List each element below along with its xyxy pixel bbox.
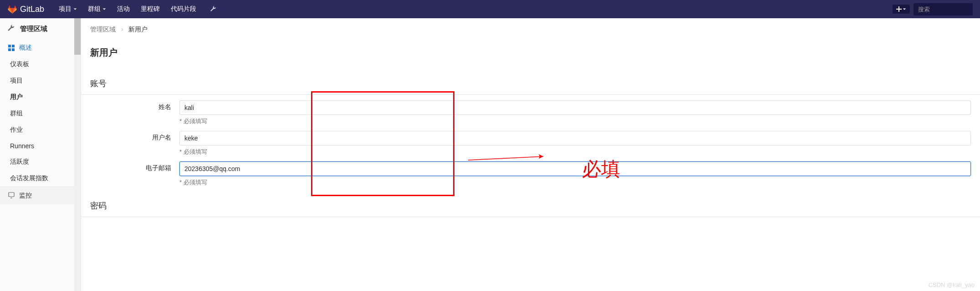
sidebar: 管理区域 概述 仪表板 项目 用户 群组 作业 Runners 活跃度 会话发展…: [0, 18, 81, 291]
new-dropdown-button[interactable]: [893, 5, 910, 14]
sidebar-item-dashboard[interactable]: 仪表板: [0, 56, 81, 73]
nav-links: 项目 群组 活动 里程碑 代码片段: [53, 0, 221, 18]
sidebar-item-groups[interactable]: 群组: [0, 105, 81, 122]
sidebar-item-users[interactable]: 用户: [0, 89, 81, 105]
gitlab-logo-text: GitLab: [20, 5, 44, 14]
wrench-icon: [7, 25, 15, 33]
sidebar-item-monitoring[interactable]: 监控: [0, 187, 81, 204]
sidebar-item-jobs[interactable]: 作业: [0, 122, 81, 138]
breadcrumb-root[interactable]: 管理区域: [90, 26, 116, 33]
input-username[interactable]: [179, 131, 971, 146]
search-input[interactable]: [914, 3, 973, 16]
sidebar-item-runners[interactable]: Runners: [0, 138, 81, 154]
caret-down-icon: [102, 7, 106, 11]
section-account: 账号: [81, 64, 980, 95]
wrench-icon: [210, 6, 216, 12]
scrollbar-thumb[interactable]: [74, 18, 81, 55]
monitor-icon: [8, 192, 15, 200]
svg-rect-2: [8, 48, 11, 51]
breadcrumb-sep: ›: [121, 26, 123, 33]
nav-snippets[interactable]: 代码片段: [165, 0, 202, 18]
label-name: 姓名: [90, 100, 179, 111]
overview-icon: [8, 45, 15, 51]
sidebar-item-activity[interactable]: 活跃度: [0, 154, 81, 170]
sidebar-item-projects[interactable]: 项目: [0, 73, 81, 89]
sidebar-scrollbar[interactable]: [74, 18, 81, 291]
gitlab-logo-icon: [7, 4, 17, 14]
caret-down-icon: [73, 7, 77, 11]
navbar-right: [893, 3, 973, 16]
svg-rect-1: [12, 45, 15, 47]
top-navbar: GitLab 项目 群组 活动 里程碑 代码片段: [0, 0, 980, 18]
label-username: 用户名: [90, 131, 179, 142]
sidebar-item-dev-index[interactable]: 会话发展指数: [0, 170, 81, 187]
page-title: 新用户: [81, 37, 980, 64]
hint-email-required: * 必须填写: [179, 178, 971, 187]
section-password: 密码: [81, 187, 980, 217]
nav-groups[interactable]: 群组: [82, 0, 112, 18]
breadcrumb: 管理区域 › 新用户: [81, 18, 980, 37]
input-name[interactable]: [179, 100, 971, 115]
nav-milestones[interactable]: 里程碑: [135, 0, 165, 18]
svg-rect-3: [12, 48, 15, 51]
admin-wrench-icon[interactable]: [205, 0, 221, 18]
nav-activity[interactable]: 活动: [112, 0, 135, 18]
label-email: 电子邮箱: [90, 161, 179, 172]
input-email[interactable]: [179, 161, 971, 176]
breadcrumb-current: 新用户: [128, 26, 148, 33]
sidebar-header[interactable]: 管理区域: [0, 18, 81, 40]
caret-down-icon: [903, 7, 906, 11]
hint-name-required: * 必须填写: [179, 117, 971, 125]
sidebar-item-overview[interactable]: 概述: [0, 40, 81, 56]
main-content: 管理区域 › 新用户 新用户 账号 必填 姓名 * 必须填写: [81, 18, 980, 291]
plus-icon: [896, 6, 902, 12]
hint-username-required: * 必须填写: [179, 148, 971, 156]
nav-projects[interactable]: 项目: [53, 0, 82, 18]
svg-rect-4: [9, 192, 14, 197]
svg-rect-0: [8, 45, 11, 47]
watermark: CSDN @kali_yao: [929, 281, 975, 288]
gitlab-logo[interactable]: GitLab: [7, 4, 44, 14]
